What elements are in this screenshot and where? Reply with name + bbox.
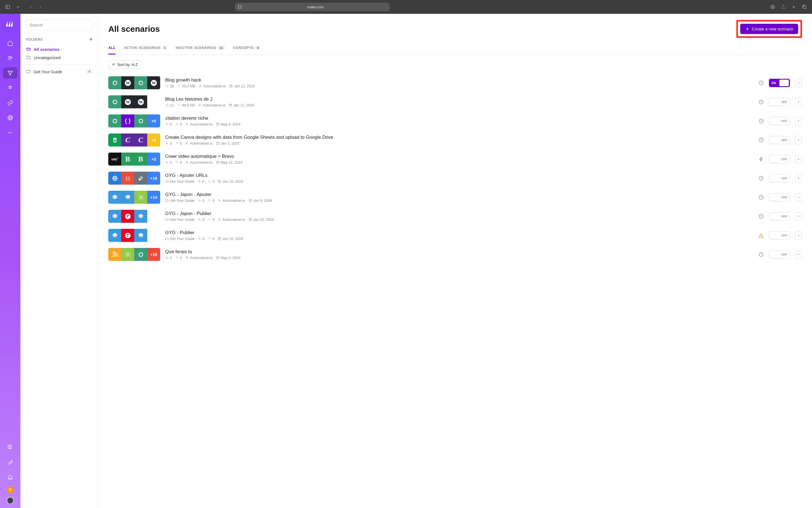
svg-point-110: [112, 255, 113, 256]
make-logo-icon[interactable]: [5, 19, 15, 29]
folder-uncategorized[interactable]: Uncategorized: [26, 53, 93, 61]
scenario-menu-button[interactable]: [795, 193, 802, 202]
downloads-icon[interactable]: [769, 3, 777, 11]
nav-rocket[interactable]: [3, 457, 17, 468]
app-icon: B: [134, 153, 147, 166]
nav-team[interactable]: [3, 52, 17, 64]
svg-point-114: [186, 256, 188, 258]
scenario-row[interactable]: WW Blog growth hack 2820.3 MBAutomatiser…: [108, 74, 802, 93]
scenario-row[interactable]: { }+5 citation devenir riche 00Automatis…: [108, 112, 802, 131]
create-scenario-button[interactable]: Create a new scenario: [740, 24, 798, 34]
scenario-row[interactable]: CC+2 Create Canva designs with data from…: [108, 131, 802, 151]
nav-help[interactable]: ?: [7, 486, 13, 493]
scenario-row[interactable]: tally*BB+2 Creer video automatique > Bre…: [108, 151, 802, 169]
scenario-size: 0: [175, 141, 182, 145]
add-folder-button[interactable]: +: [90, 37, 93, 42]
nav-connections[interactable]: [3, 97, 17, 108]
scenario-toggle[interactable]: OFF: [769, 250, 790, 259]
sidebar-toggle-icon[interactable]: [4, 3, 12, 11]
scenario-toggle[interactable]: OFF: [769, 174, 790, 182]
caret-down-icon: [797, 253, 800, 256]
nav-templates[interactable]: [3, 82, 17, 93]
folder-all-scenarios[interactable]: All scenarios: [26, 45, 93, 53]
app-icon: [108, 229, 121, 242]
search-input[interactable]: [26, 19, 93, 30]
scenario-toggle[interactable]: OFF: [769, 193, 790, 202]
scenario-size: 0: [175, 256, 182, 260]
scenario-menu-button[interactable]: [795, 117, 802, 125]
app-icon: C: [134, 133, 147, 146]
tab-concepts[interactable]: CONCEPTS0: [233, 46, 260, 54]
scenario-owner: Automatiser.io: [218, 199, 245, 203]
scenario-folder: Get Your Guide: [165, 237, 194, 241]
scenario-toggle[interactable]: OFF: [769, 231, 790, 240]
folder-custom[interactable]: Get Your Guide 4: [26, 68, 93, 76]
nav-home[interactable]: [3, 38, 17, 49]
share-icon[interactable]: [779, 3, 787, 11]
scenario-title: GYG - Japon - Publier: [165, 211, 754, 216]
site-settings-icon: [238, 5, 242, 9]
nav-webhooks[interactable]: [3, 112, 17, 123]
scenario-row[interactable]: +10 Que ferais tu 00Automatiser.ioMay 3,…: [108, 246, 802, 265]
scenario-menu-button[interactable]: [795, 98, 802, 106]
scenario-toggle[interactable]: OFF: [769, 155, 790, 163]
scenario-menu-button[interactable]: [795, 231, 802, 240]
forward-icon[interactable]: [37, 3, 44, 11]
scenario-app-icons: { }+5: [108, 115, 160, 127]
tabs-icon[interactable]: [800, 3, 808, 11]
scenario-menu-button[interactable]: [795, 250, 802, 259]
app-icon: [121, 191, 134, 204]
scenario-row[interactable]: GYG - Japon - Publier Get Your Guide00Au…: [108, 208, 802, 227]
scenario-owner: Automatiser.io: [198, 103, 225, 107]
scenario-row[interactable]: +14 GYG - Japon - Ajouter Get Your Guide…: [108, 188, 802, 208]
scenario-title: GYG - Publier: [165, 230, 754, 236]
scenario-row[interactable]: GYG - Publier Get Your Guide00Jun 10, 20…: [108, 227, 802, 246]
page-title: All scenarios: [108, 24, 160, 34]
app-icon: { }: [121, 115, 134, 127]
nav-docs[interactable]: [3, 442, 17, 453]
scenario-date: Jan 12, 2025: [229, 84, 255, 88]
app-icon: W: [134, 95, 147, 108]
svg-rect-0: [6, 5, 10, 9]
scenario-menu-button[interactable]: [795, 212, 802, 220]
scenario-row[interactable]: [·]+18 GYG - Ajouter URLs Get Your Guide…: [108, 169, 802, 188]
tab-active-scenarios[interactable]: ACTIVE SCENARIOS1: [124, 46, 168, 54]
scenario-toggle[interactable]: OFF: [769, 212, 790, 220]
create-scenario-highlight: Create a new scenario: [736, 20, 802, 38]
scenario-menu-button[interactable]: [795, 155, 802, 163]
scenario-toggle[interactable]: OFF: [769, 117, 790, 125]
sort-button[interactable]: Sort by: A-Z: [108, 60, 141, 69]
scenario-owner: Automatiser.io: [199, 84, 226, 88]
svg-rect-81: [219, 180, 221, 183]
app-icon: [134, 76, 147, 89]
nav-scenarios[interactable]: [3, 68, 17, 79]
url-bar[interactable]: make.com: [235, 3, 390, 11]
scenario-menu-button[interactable]: [795, 136, 802, 144]
new-tab-icon[interactable]: [790, 3, 798, 11]
scenario-owner: Automatiser.io: [185, 256, 212, 260]
app-icon: +10: [147, 248, 160, 261]
scenario-date: Jun 10, 2024: [218, 179, 243, 183]
scenario-toggle[interactable]: OFF: [769, 136, 790, 144]
tab-all[interactable]: ALL: [108, 46, 115, 54]
scenario-toggle[interactable]: ON: [769, 79, 790, 87]
scenario-menu-button[interactable]: [795, 79, 802, 87]
tab-inactive-scenarios[interactable]: INACTIVE SCENARIOS11: [176, 46, 225, 54]
back-icon[interactable]: [27, 3, 35, 11]
svg-point-95: [199, 219, 200, 220]
scenario-row[interactable]: WW Blog Les histoires de J 1149.5 KBAuto…: [108, 93, 802, 112]
scenario-menu-button[interactable]: [795, 174, 802, 182]
scenario-date: May 3, 2024: [216, 256, 241, 260]
svg-point-43: [166, 105, 168, 105]
folder-count-badge: 4: [86, 69, 93, 74]
scenario-owner: Automatiser.io: [185, 160, 212, 164]
scenario-toggle[interactable]: OFF: [769, 98, 790, 106]
nav-avatar[interactable]: [7, 497, 14, 504]
chevron-down-icon[interactable]: [14, 3, 22, 11]
nav-more[interactable]: [3, 127, 17, 138]
scenario-ops: 0: [165, 141, 172, 145]
svg-rect-33: [230, 85, 232, 88]
nav-notifications[interactable]: [3, 471, 17, 482]
caret-down-icon: [797, 120, 800, 122]
scenario-size: 0: [208, 179, 214, 183]
